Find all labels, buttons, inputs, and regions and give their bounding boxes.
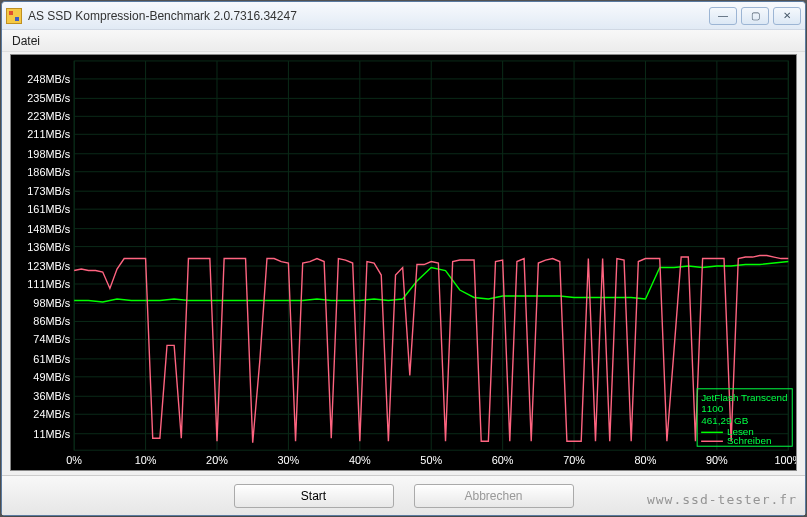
chart-area: 11MB/s24MB/s36MB/s49MB/s61MB/s74MB/s86MB… — [10, 54, 797, 471]
svg-text:235MB/s: 235MB/s — [27, 92, 70, 104]
svg-text:50%: 50% — [420, 454, 442, 466]
svg-text:100%: 100% — [774, 454, 796, 466]
svg-text:30%: 30% — [278, 454, 300, 466]
close-button[interactable]: ✕ — [773, 7, 801, 25]
svg-text:148MB/s: 148MB/s — [27, 223, 70, 235]
svg-text:198MB/s: 198MB/s — [27, 148, 70, 160]
menubar: Datei — [2, 30, 805, 52]
window-title: AS SSD Kompression-Benchmark 2.0.7316.34… — [28, 9, 709, 23]
svg-text:24MB/s: 24MB/s — [33, 408, 70, 420]
svg-text:11MB/s: 11MB/s — [33, 428, 70, 440]
svg-text:123MB/s: 123MB/s — [27, 260, 70, 272]
svg-text:70%: 70% — [563, 454, 585, 466]
svg-text:173MB/s: 173MB/s — [27, 185, 70, 197]
svg-text:248MB/s: 248MB/s — [27, 73, 70, 85]
svg-text:20%: 20% — [206, 454, 228, 466]
svg-text:1100: 1100 — [701, 403, 724, 414]
svg-text:JetFlash Transcend: JetFlash Transcend — [701, 392, 787, 403]
cancel-button: Abbrechen — [414, 484, 574, 508]
svg-text:0%: 0% — [66, 454, 82, 466]
svg-text:136MB/s: 136MB/s — [27, 241, 70, 253]
svg-text:36MB/s: 36MB/s — [33, 390, 70, 402]
svg-text:49MB/s: 49MB/s — [33, 371, 70, 383]
watermark-text: www.ssd-tester.fr — [647, 492, 797, 507]
svg-text:111MB/s: 111MB/s — [27, 278, 70, 290]
maximize-button[interactable]: ▢ — [741, 7, 769, 25]
svg-text:74MB/s: 74MB/s — [33, 333, 70, 345]
svg-text:211MB/s: 211MB/s — [27, 128, 70, 140]
titlebar[interactable]: AS SSD Kompression-Benchmark 2.0.7316.34… — [2, 2, 805, 30]
svg-text:86MB/s: 86MB/s — [33, 315, 70, 327]
compression-chart: 11MB/s24MB/s36MB/s49MB/s61MB/s74MB/s86MB… — [11, 55, 796, 470]
svg-text:10%: 10% — [135, 454, 157, 466]
svg-text:40%: 40% — [349, 454, 371, 466]
minimize-button[interactable]: — — [709, 7, 737, 25]
svg-text:Schreiben: Schreiben — [727, 435, 772, 446]
svg-text:90%: 90% — [706, 454, 728, 466]
menu-file[interactable]: Datei — [12, 34, 40, 48]
svg-text:161MB/s: 161MB/s — [27, 203, 70, 215]
svg-text:98MB/s: 98MB/s — [33, 297, 70, 309]
start-button[interactable]: Start — [234, 484, 394, 508]
svg-text:223MB/s: 223MB/s — [27, 110, 70, 122]
svg-text:60%: 60% — [492, 454, 514, 466]
svg-text:80%: 80% — [635, 454, 657, 466]
svg-text:61MB/s: 61MB/s — [33, 353, 70, 365]
app-window: AS SSD Kompression-Benchmark 2.0.7316.34… — [1, 1, 806, 516]
app-icon — [6, 8, 22, 24]
svg-text:461,29 GB: 461,29 GB — [701, 415, 749, 426]
svg-text:186MB/s: 186MB/s — [27, 166, 70, 178]
